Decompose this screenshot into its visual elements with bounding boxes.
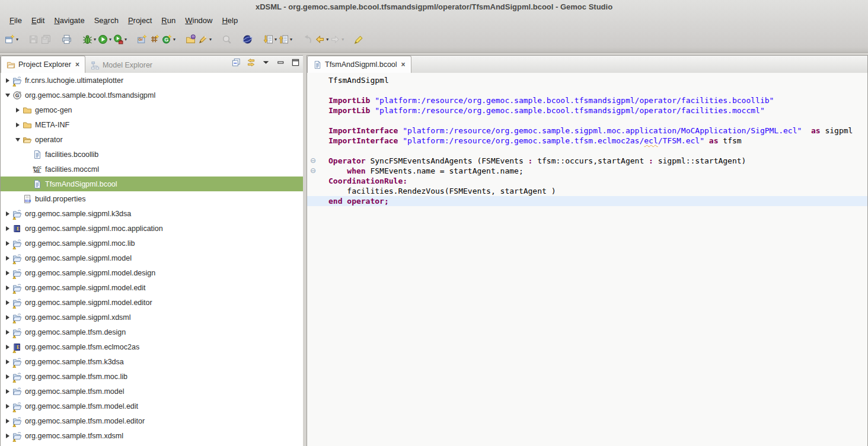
tree-row[interactable]: 010build.properties [1, 191, 304, 206]
tree-row[interactable]: org.gemoc.sample.sigpml.xdsml [1, 310, 304, 325]
tab-editor-tfsmandsigpml[interactable]: TfsmAndSigpml.bcool × [307, 56, 411, 73]
menu-search[interactable]: Search [90, 14, 123, 27]
chevron-collapsed-icon[interactable] [3, 389, 12, 394]
project-icon [12, 416, 23, 426]
gemoc-launch-button-dropdown-icon[interactable]: ▾ [173, 37, 175, 42]
annotation-marker-button-dropdown-icon[interactable]: ▾ [209, 37, 212, 42]
open-web-browser-button[interactable] [241, 30, 254, 49]
open-model-button[interactable] [184, 30, 197, 49]
minimize-icon[interactable] [276, 58, 285, 67]
tree-row[interactable]: facilities.bcoollib [1, 147, 304, 162]
code-line[interactable]: ⊖ when FSMEvents.name = startAgent.name; [307, 166, 867, 176]
menu-file[interactable]: File [5, 14, 27, 27]
chevron-expanded-icon[interactable] [3, 94, 12, 97]
project-tree: fr.cnrs.luchogie.ultimateplotterGorg.gem… [1, 73, 304, 446]
chevron-collapsed-icon[interactable] [13, 108, 23, 113]
run-button[interactable] [97, 30, 109, 49]
view-menu-icon[interactable] [261, 58, 270, 67]
highlighter-button[interactable] [353, 30, 365, 49]
tree-row[interactable]: org.gemoc.sample.sigpml.model.edit [1, 280, 304, 295]
code-line[interactable]: ImportLib "platform:/resource/org.gemoc.… [307, 105, 867, 115]
code-line[interactable]: ImportLib "platform:/resource/org.gemoc.… [307, 95, 867, 105]
run-button-dropdown-icon[interactable]: ▾ [109, 37, 111, 42]
run-external-tools-button[interactable] [112, 30, 125, 49]
code-line[interactable]: end operator; [307, 196, 867, 206]
chevron-expanded-icon[interactable] [13, 138, 23, 142]
tree-row[interactable]: META-INF [1, 117, 304, 132]
code-line[interactable]: ImportInterface "platform:/resource/org.… [307, 136, 867, 146]
tree-row[interactable]: org.gemoc.sample.tfsm.design [1, 325, 304, 339]
code-line[interactable]: CoordinationRule: [307, 176, 867, 186]
tree-row[interactable]: org.gemoc.sample.sigpml.k3dsa [1, 206, 304, 221]
menu-navigate[interactable]: Navigate [49, 14, 89, 27]
debug-button[interactable] [81, 30, 94, 49]
code-line[interactable]: TfsmAndSigpml [307, 75, 867, 85]
fold-marker-icon[interactable]: ⊖ [307, 166, 328, 176]
chevron-collapsed-icon[interactable] [3, 226, 12, 231]
close-icon[interactable]: × [75, 60, 79, 69]
code-line[interactable] [307, 115, 867, 126]
next-annotation-button[interactable] [262, 30, 275, 49]
tree-row[interactable]: org.gemoc.sample.tfsm.moc.lib [1, 369, 304, 384]
last-edit-location-button [301, 30, 314, 49]
print-button[interactable] [60, 30, 73, 49]
tab-project-explorer[interactable]: Project Explorer × [1, 56, 85, 73]
menu-window[interactable]: Window [180, 14, 217, 27]
back-button-dropdown-icon[interactable]: ▾ [326, 37, 328, 42]
chevron-collapsed-icon[interactable] [13, 123, 23, 127]
fold-marker-icon[interactable]: ⊖ [307, 156, 328, 166]
tree-row[interactable]: org.gemoc.sample.tfsm.k3dsa [1, 354, 304, 369]
tree-row[interactable]: Eorg.gemoc.sample.sigpml.moc.application [1, 221, 304, 236]
tree-row[interactable]: operator [1, 132, 304, 147]
next-annotation-button-dropdown-icon[interactable]: ▾ [275, 37, 277, 42]
new-wizard-button-dropdown-icon[interactable]: ▾ [16, 37, 18, 42]
debug-button-dropdown-icon[interactable]: ▾ [94, 37, 96, 42]
tree-row[interactable]: Eorg.gemoc.sample.tfsm.eclmoc2as [1, 339, 304, 354]
tree-item-label: facilities.moccml [45, 165, 103, 174]
collapse-all-icon[interactable] [232, 58, 241, 67]
code-line[interactable]: ⊖Operator SyncFSMEventsAndAgents (FSMEve… [307, 156, 867, 166]
tree-row[interactable]: org.gemoc.sample.tfsm.xdsml [1, 428, 304, 443]
link-with-editor-icon[interactable] [247, 58, 256, 67]
gemoc-launch-button[interactable]: G [161, 30, 173, 49]
tree-row[interactable]: MoCCMLfacilities.moccml [1, 162, 304, 177]
back-button[interactable] [314, 30, 326, 49]
new-ecore-diagram-button[interactable] [148, 30, 161, 49]
tree-row[interactable]: org.gemoc.sample.tfsm.model [1, 384, 304, 399]
tree-row[interactable]: org.gemoc.sample.tfsm.model.editor [1, 413, 304, 428]
menu-project[interactable]: Project [123, 14, 157, 27]
new-graphiti-diagram-button[interactable]: Gr [136, 30, 148, 49]
new-wizard-button[interactable] [4, 30, 16, 49]
tree-row[interactable]: TfsmAndSigpml.bcool [1, 177, 304, 191]
previous-annotation-button-dropdown-icon[interactable]: ▾ [290, 37, 292, 42]
book-icon: E [12, 342, 23, 352]
maximize-icon[interactable] [291, 58, 300, 67]
tree-row[interactable]: org.gemoc.sample.tfsm.model.edit [1, 399, 304, 413]
tree-row[interactable]: Gorg.gemoc.sample.bcool.tfsmandsigpml [1, 88, 304, 102]
close-icon[interactable]: × [401, 60, 406, 69]
code-line[interactable]: ImportInterface "platform:/resource/org.… [307, 126, 867, 136]
code-text: ImportLib "platform:/resource/org.gemoc.… [328, 105, 867, 115]
menu-edit[interactable]: Edit [27, 14, 49, 27]
menu-help[interactable]: Help [217, 14, 242, 27]
project-icon [12, 313, 23, 322]
code-line[interactable]: facilities.RendezVous(FSMEvents, startAg… [307, 186, 867, 196]
annotation-marker-button[interactable] [197, 30, 209, 49]
tree-row[interactable]: gemoc-gen [1, 102, 304, 117]
code-editor[interactable]: TfsmAndSigpmlImportLib "platform:/resour… [307, 73, 867, 446]
tree-row[interactable]: org.gemoc.sample.sigpml.moc.lib [1, 236, 304, 251]
code-line[interactable] [307, 85, 867, 95]
tree-row[interactable]: org.gemoc.sample.sigpml.model.editor [1, 295, 304, 310]
tree-row[interactable]: fr.cnrs.luchogie.ultimateplotter [1, 73, 304, 88]
project-icon [12, 328, 23, 337]
tab-model-explorer[interactable]: Model Explorer [85, 57, 158, 73]
previous-annotation-button[interactable] [277, 30, 290, 49]
menu-run[interactable]: Run [157, 14, 180, 27]
gemoc-studio-window: xDSML - org.gemoc.sample.bcool.tfsmandsi… [0, 0, 868, 446]
code-line[interactable] [307, 146, 867, 156]
tree-row[interactable]: org.gemoc.sample.sigpml.model [1, 251, 304, 265]
menu-bar: FileEditNavigateSearchProjectRunWindowHe… [0, 14, 868, 27]
window-chrome: xDSML - org.gemoc.sample.bcool.tfsmandsi… [0, 0, 868, 53]
run-external-tools-button-dropdown-icon[interactable]: ▾ [125, 37, 127, 42]
tree-row[interactable]: org.gemoc.sample.sigpml.model.design [1, 265, 304, 280]
